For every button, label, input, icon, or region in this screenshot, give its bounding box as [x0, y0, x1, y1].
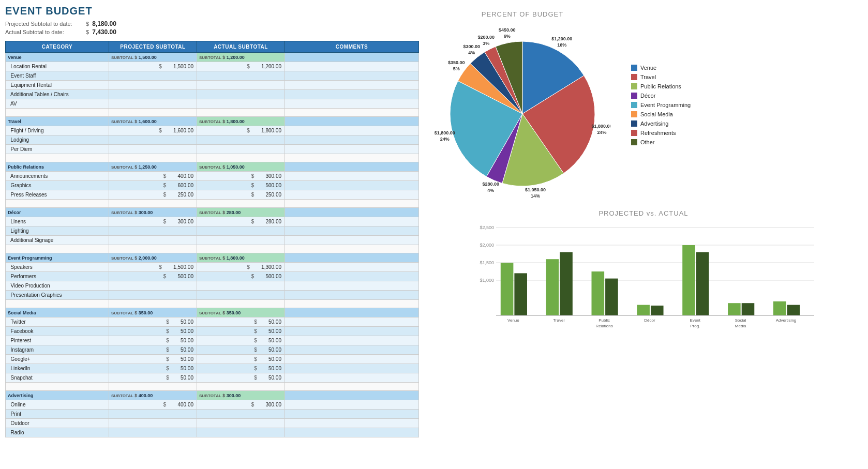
actual-bar [560, 252, 573, 315]
item-actual: $ 1,800.00 [197, 126, 285, 135]
item-actual [197, 236, 285, 245]
actual-subtotal-label: SUBTOTAL [199, 55, 221, 60]
item-name: Facebook [6, 327, 109, 336]
item-name: Location Rental [6, 62, 109, 71]
legend-color-box [631, 139, 637, 145]
item-actual [197, 145, 285, 154]
empty-row [6, 154, 419, 162]
item-actual: $ 50.00 [197, 317, 285, 327]
table-row: Instagram $ 50.00 $ 50.00 [6, 345, 419, 355]
projected-bar [637, 305, 650, 315]
bar-category-label: Advertising [776, 318, 797, 323]
actual-subtotal-cell: SUBTOTAL $ 1,200.00 [197, 53, 285, 62]
item-name: LinkedIn [6, 364, 109, 373]
projected-subtotal-cell: SUBTOTAL $ 1,600.00 [109, 117, 197, 126]
table-row: Twitter $ 50.00 $ 50.00 [6, 317, 419, 327]
projected-subtotal-cell: SUBTOTAL $ 400.00 [109, 391, 197, 400]
projected-label: Projected Subtotal to date: [5, 21, 83, 27]
item-comments [285, 428, 419, 437]
projected-subtotal-cell: SUBTOTAL $ 1,500.00 [109, 53, 197, 62]
item-name: Instagram [6, 345, 109, 355]
legend-label: Venue [640, 65, 656, 71]
item-actual: $ 250.00 [197, 190, 285, 200]
item-projected: $ 1,600.00 [109, 126, 197, 135]
comments-cell [285, 53, 419, 62]
pie-label-percent: 4% [487, 188, 494, 193]
item-projected [109, 81, 197, 90]
table-row: Print [6, 410, 419, 419]
item-comments [285, 272, 419, 281]
item-name: Print [6, 410, 109, 419]
projected-subtotal-label: SUBTOTAL [111, 165, 133, 170]
item-actual: $ 300.00 [197, 400, 285, 410]
table-row: Presentation Graphics [6, 291, 419, 300]
item-comments [285, 355, 419, 364]
item-actual [197, 419, 285, 428]
bar-category-label: Public [598, 318, 610, 323]
item-comments [285, 410, 419, 419]
actual-subtotal-label: SUBTOTAL [199, 311, 221, 315]
pie-chart-title: PERCENT OF BUDGET [435, 10, 610, 18]
projected-bar [682, 245, 695, 315]
pie-label-value: $1,800.00 [435, 130, 455, 135]
projected-subtotal-label: SUBTOTAL [111, 119, 133, 124]
item-name: Equipment Rental [6, 81, 109, 90]
pie-label-percent: 16% [557, 42, 566, 48]
pie-label-value: $280.00 [482, 181, 499, 187]
item-actual [197, 81, 285, 90]
item-actual: $ 1,200.00 [197, 62, 285, 71]
item-actual [197, 428, 285, 437]
pie-label-value: $1,050.00 [525, 187, 546, 192]
bar-category-label: Event [690, 318, 701, 323]
projected-subtotal-label: SUBTOTAL [111, 256, 133, 261]
table-row: Speakers $ 1,500.00 $ 1,300.00 [6, 263, 419, 272]
projected-bar [501, 263, 514, 315]
item-name: Presentation Graphics [6, 291, 109, 300]
item-name: Outdoor [6, 419, 109, 428]
item-comments [285, 172, 419, 181]
actual-dollar: $ [86, 29, 89, 35]
legend-item: Refreshments [631, 130, 691, 136]
legend-color-box [631, 120, 637, 127]
page-title: EVENT BUDGET [5, 5, 419, 17]
pie-label-percent: 24% [440, 137, 450, 142]
item-projected: $ 1,500.00 [109, 263, 197, 272]
item-comments [285, 126, 419, 135]
projected-subtotal-label: SUBTOTAL [111, 311, 133, 315]
legend-color-box [631, 102, 637, 108]
category-row: Décor SUBTOTAL $ 300.00 SUBTOTAL $ 280.0… [6, 208, 419, 217]
y-axis-label: $1,000 [480, 278, 494, 283]
item-name: Speakers [6, 263, 109, 272]
section-name: Advertising [6, 391, 109, 400]
actual-subtotal-cell: SUBTOTAL $ 1,800.00 [197, 253, 285, 263]
y-axis-label: $1,500 [480, 260, 494, 265]
item-name: Linens [6, 217, 109, 226]
projected-subtotal-label: SUBTOTAL [111, 394, 133, 398]
item-name: Flight / Driving [6, 126, 109, 135]
item-comments [285, 364, 419, 373]
actual-bar [787, 305, 800, 315]
legend-label: Social Media [640, 111, 673, 117]
item-comments [285, 190, 419, 200]
item-actual [197, 281, 285, 291]
projected-subtotal-value: 2,000.00 [139, 255, 157, 261]
table-row: Pinterest $ 50.00 $ 50.00 [6, 336, 419, 345]
item-actual [197, 71, 285, 81]
pie-label-value: $200.00 [477, 35, 495, 40]
y-axis-label: $2,000 [480, 243, 494, 248]
comments-cell [285, 208, 419, 217]
item-comments [285, 373, 419, 383]
projected-subtotal-value: 400.00 [139, 393, 153, 398]
actual-subtotal-cell: SUBTOTAL $ 1,800.00 [197, 117, 285, 126]
projected-subtotal-value: 350.00 [139, 310, 153, 315]
item-projected: $ 50.00 [109, 336, 197, 345]
item-comments [285, 281, 419, 291]
table-row: Online $ 400.00 $ 300.00 [6, 400, 419, 410]
section-name: Event Programming [6, 253, 109, 263]
item-actual: $ 1,300.00 [197, 263, 285, 272]
item-actual: $ 50.00 [197, 345, 285, 355]
item-comments [285, 90, 419, 99]
item-projected: $ 400.00 [109, 400, 197, 410]
bar-chart-container: $1,000$1,500$2,000$2,500VenueTravelPubli… [435, 222, 852, 336]
actual-summary-row: Actual Subtotal to date: $ 7,430.00 [5, 28, 419, 36]
